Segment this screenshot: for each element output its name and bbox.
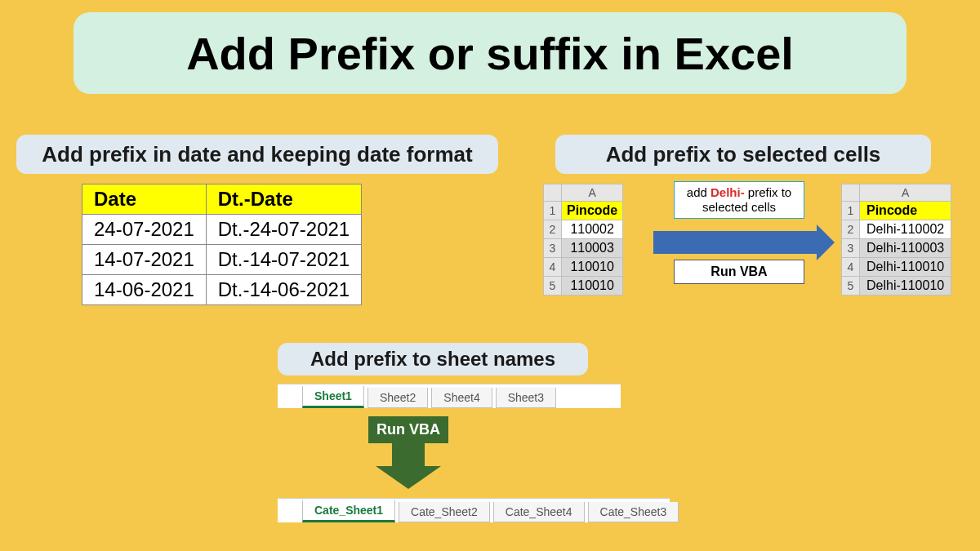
run-vba-arrow-label: Run VBA — [368, 416, 448, 443]
arrow-right-icon — [653, 231, 817, 254]
run-vba-arrow: Run VBA — [359, 416, 457, 489]
cell: 110010 — [562, 258, 623, 277]
page-title: Add Prefix or suffix in Excel — [74, 12, 906, 94]
date-table-header-dtdate: Dt.-Date — [206, 184, 361, 215]
table-row: 24-07-2021 Dt.-24-07-2021 — [82, 215, 362, 245]
sheet-tab[interactable]: Cate_Sheet4 — [493, 502, 585, 522]
cell: Delhi-110010 — [860, 258, 951, 277]
cell: Delhi-110003 — [860, 239, 951, 258]
row-header: 5 — [544, 277, 562, 295]
cell-header: Pincode — [860, 202, 951, 220]
cell: Dt.-14-06-2021 — [206, 275, 361, 305]
cell: 14-07-2021 — [82, 245, 207, 275]
col-header: A — [860, 184, 951, 202]
cell: 24-07-2021 — [82, 215, 207, 245]
prefix-callout: add Delhi- prefix to selected cells — [674, 181, 804, 219]
callout-prefix: Delhi- — [710, 185, 745, 199]
date-table: Date Dt.-Date 24-07-2021 Dt.-24-07-2021 … — [82, 184, 362, 305]
sheet-tab[interactable]: Cate_Sheet3 — [588, 502, 679, 522]
row-header: 4 — [842, 258, 860, 277]
corner-cell — [544, 184, 562, 202]
cell: Dt.-14-07-2021 — [206, 245, 361, 275]
row-header: 3 — [842, 239, 860, 258]
section3-banner: Add prefix to sheet names — [278, 343, 588, 375]
sheet-tab[interactable]: Sheet1 — [302, 386, 364, 408]
cell: 110002 — [562, 220, 623, 239]
sheet-tab[interactable]: Cate_Sheet2 — [399, 502, 490, 522]
row-header: 3 — [544, 239, 562, 258]
row-header: 1 — [842, 202, 860, 220]
cell: Dt.-24-07-2021 — [206, 215, 361, 245]
section2-banner: Add prefix to selected cells — [555, 135, 931, 174]
run-vba-label: Run VBA — [674, 260, 804, 284]
table-row: 14-07-2021 Dt.-14-07-2021 — [82, 245, 362, 275]
row-header: 2 — [544, 220, 562, 239]
date-table-header-date: Date — [82, 184, 207, 215]
cell: 110003 — [562, 239, 623, 258]
table-row: 14-06-2021 Dt.-14-06-2021 — [82, 275, 362, 305]
row-header: 2 — [842, 220, 860, 239]
callout-text-before: add — [687, 185, 710, 199]
row-header: 1 — [544, 202, 562, 220]
sheet-tab[interactable]: Sheet4 — [431, 388, 492, 408]
cell-header: Pincode — [562, 202, 623, 220]
section1-banner: Add prefix in date and keeping date form… — [16, 135, 498, 174]
sheet-tab[interactable]: Sheet3 — [496, 388, 556, 408]
cell: 110010 — [562, 277, 623, 295]
sheet-tabs-before: Sheet1 Sheet2 Sheet4 Sheet3 — [278, 384, 621, 408]
cell: 14-06-2021 — [82, 275, 207, 305]
corner-cell — [842, 184, 860, 202]
pincode-grid-before: A 1Pincode 2110002 3110003 4110010 51100… — [543, 184, 623, 295]
sheet-tab[interactable]: Sheet2 — [368, 388, 428, 408]
row-header: 5 — [842, 277, 860, 295]
sheet-tabs-after: Cate_Sheet1 Cate_Sheet2 Cate_Sheet4 Cate… — [278, 498, 670, 522]
cell: Delhi-110002 — [860, 220, 951, 239]
cell: Delhi-110010 — [860, 277, 951, 295]
arrow-down-icon — [376, 466, 441, 489]
col-header: A — [562, 184, 623, 202]
row-header: 4 — [544, 258, 562, 277]
arrow-shaft — [392, 443, 425, 466]
sheet-tab[interactable]: Cate_Sheet1 — [302, 500, 395, 522]
pincode-grid-after: A 1Pincode 2Delhi-110002 3Delhi-110003 4… — [841, 184, 951, 295]
